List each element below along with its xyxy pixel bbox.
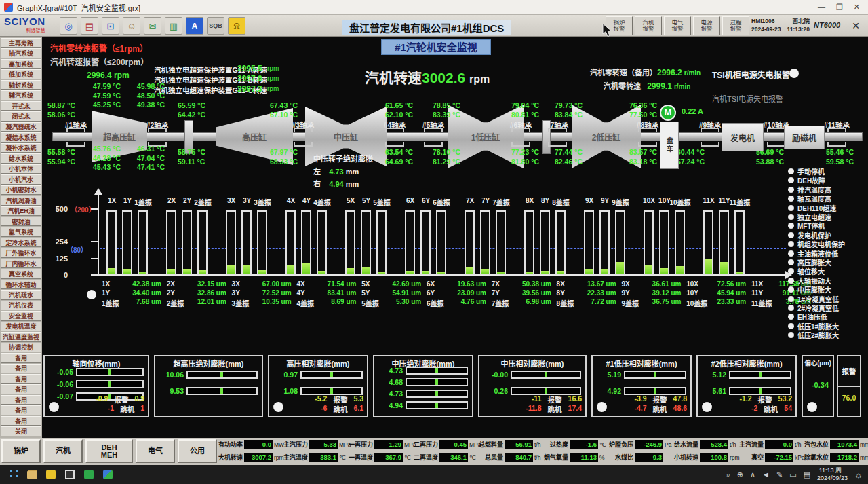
sidebar-item-24[interactable]: 循环水辅助: [1, 280, 41, 289]
sidebar-item-20[interactable]: 定冷水系统: [1, 238, 41, 247]
sidebar-item-14[interactable]: 小机汽水: [1, 174, 41, 184]
sidebar-item-10[interactable]: 凝结水系统: [1, 132, 41, 142]
chart-tick-125: 125: [47, 255, 68, 263]
link-icon[interactable]: ◎: [60, 17, 77, 35]
sidebar-item-3[interactable]: 高加系统: [1, 59, 41, 69]
cards-icon[interactable]: ▥: [165, 17, 182, 35]
bearing-temps-top-7: 79.73 °C 83.84 °C: [555, 101, 583, 119]
sidebar-item-30[interactable]: 协调控制: [1, 343, 41, 352]
sidebar-item-23[interactable]: 真空系统: [1, 269, 41, 278]
sidebar-item-6[interactable]: 辅汽系统: [1, 90, 41, 100]
sqb-icon[interactable]: SQB: [207, 17, 224, 35]
sidebar-item-8[interactable]: 闭式水: [1, 111, 41, 121]
sidebar-item-15[interactable]: 小机密封水: [1, 185, 41, 195]
readout-value: 0.0: [765, 440, 793, 449]
sidebar-item-18[interactable]: 密封油: [1, 217, 41, 226]
start-icon[interactable]: [5, 467, 20, 482]
chart-bar-11盖振: [734, 210, 745, 275]
readout-unit: t/h: [533, 441, 544, 448]
panel-bar-5-1: [511, 371, 581, 379]
sidebar-item-17[interactable]: 汽机EH油: [1, 206, 41, 216]
app-green-icon[interactable]: [81, 467, 96, 482]
sidebar-item-25[interactable]: 汽机疏水: [1, 290, 41, 299]
panel-indicator-3: [273, 402, 283, 412]
sidebar-item-11[interactable]: 凝补水系统: [1, 143, 41, 153]
globe-icon[interactable]: ⊕: [737, 470, 743, 479]
minimize-icon[interactable]: —: [818, 3, 825, 12]
search-icon[interactable]: ⌕: [726, 470, 730, 479]
alarm-button-5[interactable]: 过程 报警: [722, 16, 749, 35]
print-icon[interactable]: ▤: [81, 17, 98, 35]
sidebar-item-26[interactable]: 汽机仪表: [1, 301, 41, 310]
vib-label-10Y: 10Y: [686, 289, 698, 297]
bottom-tab-4[interactable]: 电气: [136, 439, 175, 463]
chat-icon[interactable]: ▭: [789, 470, 796, 479]
toolbar-close-button[interactable]: ✕: [848, 18, 864, 34]
sidebar-item-1[interactable]: 主再旁路: [1, 38, 41, 48]
sidebar-item-27[interactable]: 安全监视: [1, 311, 41, 320]
sidebar-item-4[interactable]: 低加系统: [1, 69, 41, 79]
sidebar-item-34[interactable]: 备用: [1, 384, 41, 394]
sidebar-item-37[interactable]: 备用: [1, 416, 41, 426]
bottom-tab-2[interactable]: 汽机: [43, 439, 83, 463]
sidebar-item-31[interactable]: 备用: [1, 353, 41, 362]
sidebar-item-33[interactable]: 备用: [1, 374, 41, 384]
page-title: #1汽轮机安全监视: [381, 39, 491, 55]
sidebar-item-28[interactable]: 发电机温度: [1, 322, 41, 331]
bottom-tab-5[interactable]: 公用: [178, 439, 217, 463]
app-yellow-icon[interactable]: [43, 467, 58, 482]
readout-2-2: 主汽温度383.1℃: [283, 453, 349, 462]
panel-trip-high: 1: [140, 404, 144, 414]
brightness-icon[interactable]: ☼: [854, 470, 863, 480]
close-icon[interactable]: ✕: [854, 3, 860, 12]
volume-icon[interactable]: ◄: [762, 470, 770, 479]
sidebar-item-7[interactable]: 开式水: [1, 101, 41, 111]
restore-icon[interactable]: ❐: [836, 3, 843, 12]
sidebar-item-32[interactable]: 备用: [1, 364, 41, 373]
sidebar-item-22[interactable]: 厂内循环水: [1, 259, 41, 268]
app-window-icon[interactable]: [62, 467, 77, 482]
monitor-icon[interactable]: ⊡: [102, 17, 119, 35]
sidebar-item-9[interactable]: 凝汽器疏水: [1, 122, 41, 132]
checklist-indicator-14: [788, 286, 794, 293]
chart-bar-fill-8X: [526, 272, 533, 274]
sidebar-item-13[interactable]: 小机本体: [1, 164, 41, 174]
chart-tickmark-125: [91, 258, 98, 259]
uhp-temps-top-b: 45.98 °C 48.50 °C 49.38 °C: [137, 82, 165, 110]
app-color-icon[interactable]: [100, 467, 115, 482]
sidebar-item-38[interactable]: 关闭: [1, 426, 41, 436]
sidebar-item-29[interactable]: 汽缸温度监视: [1, 332, 41, 341]
mail-icon[interactable]: ✉: [144, 17, 161, 35]
readout-2-7: 水煤比9.3: [609, 453, 674, 462]
sidebar-item-12[interactable]: 给水系统: [1, 153, 41, 163]
taskbar-clock[interactable]: 11:13 周一 2024/09/23: [817, 467, 848, 482]
vib-value-3X: 67.00 um: [252, 280, 292, 288]
chevron-up-icon[interactable]: ∧: [750, 470, 755, 479]
sidebar-item-19[interactable]: 氢气系统: [1, 227, 41, 236]
sidebar-item-21[interactable]: 厂外循环水: [1, 248, 41, 257]
vib-value-4盖振: 8.69 um: [317, 298, 356, 305]
chart-bar-fill-2X: [167, 269, 175, 274]
sidebar-item-2[interactable]: 抽汽系统: [1, 48, 41, 58]
chart-bar-8盖振: [555, 210, 566, 275]
sidebar-item-16[interactable]: 汽机润滑油: [1, 196, 41, 205]
sidebar-item-35[interactable]: 备用: [1, 395, 41, 405]
folder-icon[interactable]: [24, 467, 39, 482]
user-icon[interactable]: ☺: [123, 17, 140, 35]
panel-title-3: 高压相对膨胀(mm): [269, 358, 367, 369]
alarm-bell-icon[interactable]: ⍾: [228, 17, 245, 35]
alarm-button-4[interactable]: 电源 报警: [693, 16, 720, 35]
bottom-tab-3[interactable]: DEHMEH: [85, 439, 133, 463]
sidebar-item-36[interactable]: 备用: [1, 405, 41, 415]
ip-expansion-right-value: 4.94: [329, 180, 343, 188]
alarm-button-3[interactable]: 电气 报警: [664, 16, 691, 35]
keyboard-icon[interactable]: ▤: [804, 470, 810, 479]
alarm-button-2[interactable]: 汽机 报警: [635, 16, 662, 35]
chart-bar-fill-7Y: [481, 269, 489, 274]
panel-value-5-1: -0.00: [481, 371, 508, 379]
sidebar-item-5[interactable]: 轴封系统: [1, 80, 41, 90]
bottom-tab-1[interactable]: 锅炉: [1, 439, 41, 463]
pen-icon[interactable]: ✎: [776, 470, 783, 479]
font-a-icon[interactable]: A: [186, 17, 203, 35]
panel-5: 中压相对膨胀(mm)-0.000.26-11报警16.6-11.8跳机17.4: [478, 355, 587, 417]
